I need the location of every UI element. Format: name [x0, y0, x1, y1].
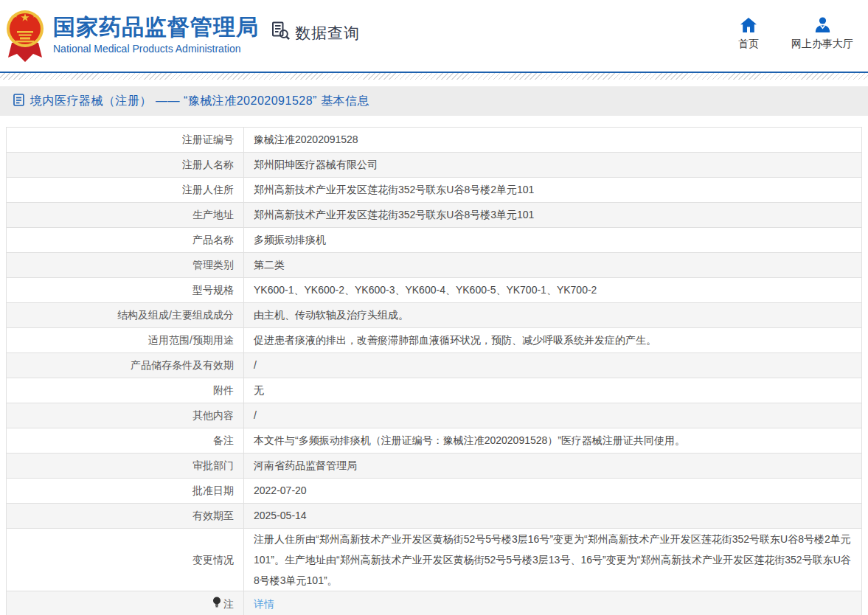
table-row: 适用范围/预期用途 促进患者痰液的排出，改善瘀滞肺部血液循环状况，预防、减少呼吸… [7, 328, 862, 353]
page-title: 境内医疗器械（注册） —— “豫械注准20202091528” 基本信息 [30, 94, 369, 109]
document-icon [13, 94, 24, 109]
home-icon [740, 16, 757, 32]
row-label: 结构及组成/主要组成成分 [7, 303, 244, 328]
table-row: 批准日期 2022-07-20 [7, 479, 862, 504]
table-row: 产品储存条件及有效期 / [7, 353, 862, 378]
row-value: / [244, 403, 862, 428]
table-row: 注册人名称 郑州阳坤医疗器械有限公司 [7, 153, 862, 178]
national-emblem-icon [6, 6, 44, 66]
row-value: 河南省药品监督管理局 [244, 454, 862, 479]
row-value: 郑州高新技术产业开发区莲花街352号联东U谷8号楼3单元101 [244, 203, 862, 228]
row-label: 型号规格 [7, 278, 244, 303]
table-row: 附件 无 [7, 378, 862, 403]
table-row: 注册证编号 豫械注准20202091528 [7, 128, 862, 153]
row-label: 注册人名称 [7, 153, 244, 178]
row-value: 郑州阳坤医疗器械有限公司 [244, 153, 862, 178]
nav-item-online-hall[interactable]: 网上办事大厅 [791, 16, 853, 51]
row-value: 由主机、传动软轴及治疗头组成。 [244, 303, 862, 328]
table-row-note: 注 详情 [7, 591, 862, 615]
user-icon [815, 16, 830, 32]
table-row: 结构及组成/主要组成成分 由主机、传动软轴及治疗头组成。 [7, 303, 862, 328]
table-row: 备注 本文件与“多频振动排痰机（注册证编号：豫械注准20202091528）”医… [7, 428, 862, 454]
row-value: 2025-05-14 [244, 504, 862, 529]
note-bulb-icon [212, 597, 221, 611]
data-query-label: 数据查询 [295, 23, 360, 44]
row-label: 生产地址 [7, 203, 244, 228]
row-label: 备注 [7, 428, 244, 454]
row-value: 注册人住所由“郑州高新技术产业开发区黄杨街52号5号楼3层16号”变更为“郑州高… [244, 529, 862, 591]
table-row: 型号规格 YK600-1、YK600-2、YK600-3、YK600-4、YK6… [7, 278, 862, 303]
row-value: 无 [244, 378, 862, 403]
row-label: 适用范围/预期用途 [7, 328, 244, 353]
nav-item-home[interactable]: 首页 [738, 16, 759, 51]
row-label: 附件 [7, 378, 244, 403]
row-value: 2022-07-20 [244, 479, 862, 504]
site-header: 国家药品监督管理局 National Medical Products Admi… [0, 0, 868, 72]
table-row: 其他内容 / [7, 403, 862, 428]
row-label: 注册证编号 [7, 128, 244, 153]
row-label: 注册人住所 [7, 178, 244, 203]
row-label: 有效期至 [7, 504, 244, 529]
row-value: 本文件与“多频振动排痰机（注册证编号：豫械注准20202091528）”医疗器械… [244, 428, 862, 454]
table-row: 注册人住所 郑州高新技术产业开发区莲花街352号联东U谷8号楼2单元101 [7, 178, 862, 203]
nmpa-logo[interactable]: 国家药品监督管理局 National Medical Products Admi… [6, 6, 259, 66]
hatched-strip [0, 73, 868, 80]
row-value: / [244, 353, 862, 378]
table-row: 有效期至 2025-05-14 [7, 504, 862, 529]
registration-info-table: 注册证编号 豫械注准20202091528 注册人名称 郑州阳坤医疗器械有限公司… [6, 127, 862, 615]
row-label: 变更情况 [7, 529, 244, 591]
row-value: 郑州高新技术产业开发区莲花街352号联东U谷8号楼2单元101 [244, 178, 862, 203]
row-value: 第二类 [244, 253, 862, 278]
nav-item-label: 首页 [738, 38, 759, 51]
table-row: 产品名称 多频振动排痰机 [7, 228, 862, 253]
detail-link[interactable]: 详情 [254, 598, 274, 610]
row-label: 管理类别 [7, 253, 244, 278]
row-label: 批准日期 [7, 479, 244, 504]
data-query-nav[interactable]: 数据查询 [271, 21, 360, 45]
nav-item-label: 网上办事大厅 [791, 38, 853, 51]
table-row: 生产地址 郑州高新技术产业开发区莲花街352号联东U谷8号楼3单元101 [7, 203, 862, 228]
row-value: YK600-1、YK600-2、YK600-3、YK600-4、YK600-5、… [244, 278, 862, 303]
document-search-icon [271, 21, 290, 45]
org-name-cn: 国家药品监督管理局 [53, 15, 259, 41]
org-title-block: 国家药品监督管理局 National Medical Products Admi… [53, 6, 259, 55]
page: 国家药品监督管理局 National Medical Products Admi… [0, 0, 868, 615]
top-nav: 首页 网上办事大厅 [738, 16, 853, 51]
row-label: 其他内容 [7, 403, 244, 428]
row-label: 注 [212, 597, 234, 611]
table-row-change-info: 变更情况 注册人住所由“郑州高新技术产业开发区黄杨街52号5号楼3层16号”变更… [7, 529, 862, 591]
row-label: 产品名称 [7, 228, 244, 253]
row-label: 产品储存条件及有效期 [7, 353, 244, 378]
table-row: 管理类别 第二类 [7, 253, 862, 278]
table-row: 审批部门 河南省药品监督管理局 [7, 454, 862, 479]
row-label: 审批部门 [7, 454, 244, 479]
row-value: 促进患者痰液的排出，改善瘀滞肺部血液循环状况，预防、减少呼吸系统并发症的产生。 [244, 328, 862, 353]
row-value: 多频振动排痰机 [244, 228, 862, 253]
org-name-en: National Medical Products Administration [53, 43, 259, 55]
page-title-bar: 境内医疗器械（注册） —— “豫械注准20202091528” 基本信息 [0, 86, 868, 116]
row-value: 豫械注准20202091528 [244, 128, 862, 153]
